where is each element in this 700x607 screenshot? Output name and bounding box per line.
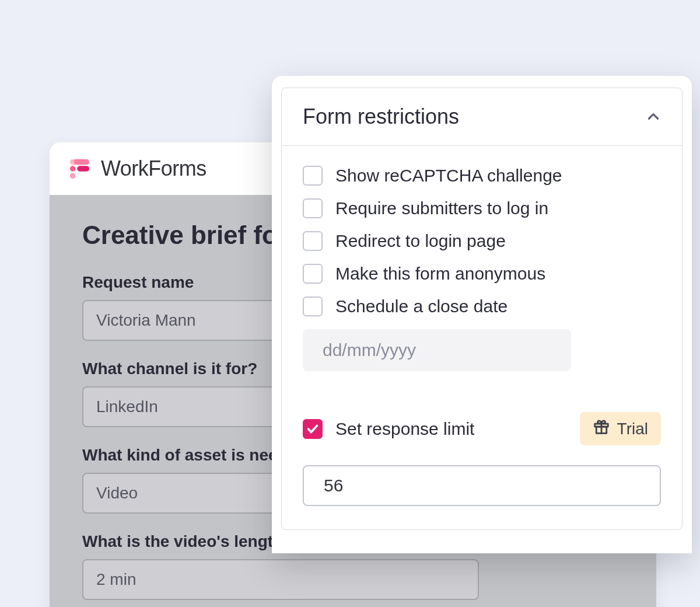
svg-rect-1 [74,159,90,165]
date-placeholder: dd/mm/yyyy [323,340,416,360]
panel-body: Show reCAPTCHA challenge Require submitt… [282,146,682,529]
option-label: Show reCAPTCHA challenge [335,166,562,186]
panel-header[interactable]: Form restrictions [282,88,682,146]
option-row-require-login[interactable]: Require submitters to log in [303,198,661,218]
checkbox-checked[interactable] [303,419,323,439]
settings-inner: Form restrictions Show reCAPTCHA challen… [281,88,682,530]
trial-badge-text: Trial [617,420,648,438]
option-row-anonymous[interactable]: Make this form anonymous [303,264,661,284]
field-value: 2 min [96,570,136,589]
close-date-input[interactable]: dd/mm/yyyy [303,329,571,371]
field-value: Victoria Mann [96,311,196,330]
checkbox[interactable] [303,231,323,251]
option-label: Schedule a close date [335,296,508,316]
checkbox[interactable] [303,264,323,284]
option-label: Make this form anonymous [335,264,545,284]
checkbox[interactable] [303,198,323,218]
svg-point-4 [70,173,76,179]
option-row-close-date[interactable]: Schedule a close date [303,296,661,316]
option-label: Redirect to login page [335,231,506,251]
field-value: LinkedIn [96,397,158,416]
brand-name: WorkForms [101,156,206,181]
checkbox[interactable] [303,166,323,186]
field-input-length[interactable]: 2 min [82,559,479,600]
option-label: Require submitters to log in [335,198,548,218]
panel-title: Form restrictions [303,104,459,129]
trial-badge[interactable]: Trial [580,412,661,445]
gift-icon [593,418,610,439]
checkbox[interactable] [303,296,323,316]
option-row-redirect-login[interactable]: Redirect to login page [303,231,661,251]
svg-rect-3 [77,166,89,172]
limit-row: Set response limit Trial [303,412,661,445]
chevron-up-icon [646,109,661,124]
response-limit-input[interactable] [303,465,661,506]
response-limit-section: Set response limit Trial [303,412,661,506]
svg-point-2 [70,166,76,172]
settings-panel: Form restrictions Show reCAPTCHA challen… [272,76,692,553]
workforms-logo-icon [68,158,90,180]
limit-label: Set response limit [335,419,474,439]
option-row-recaptcha[interactable]: Show reCAPTCHA challenge [303,166,661,186]
field-value: Video [96,484,138,503]
